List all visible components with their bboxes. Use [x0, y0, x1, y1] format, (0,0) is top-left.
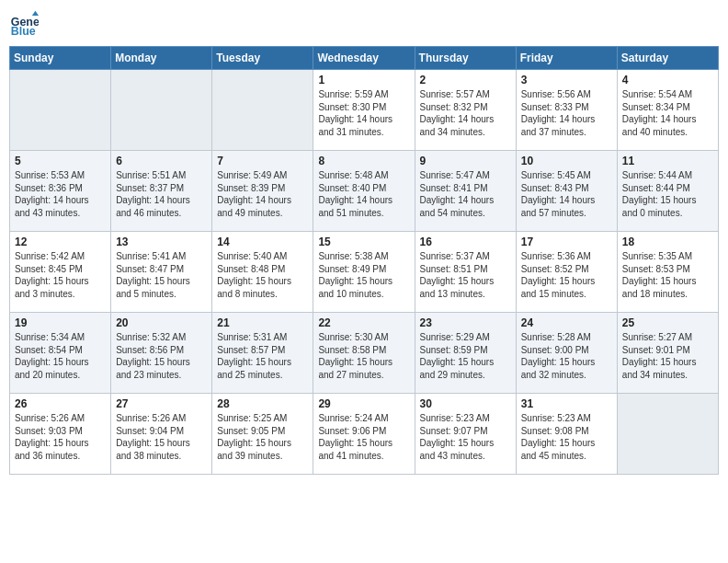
calendar-cell: 8Sunrise: 5:48 AM Sunset: 8:40 PM Daylig… [313, 151, 415, 232]
calendar-cell: 22Sunrise: 5:30 AM Sunset: 8:58 PM Dayli… [313, 313, 415, 394]
day-number: 3 [521, 74, 612, 86]
day-info: Sunrise: 5:54 AM Sunset: 8:34 PM Dayligh… [622, 88, 713, 138]
day-info: Sunrise: 5:38 AM Sunset: 8:49 PM Dayligh… [318, 250, 409, 300]
calendar-cell: 6Sunrise: 5:51 AM Sunset: 8:37 PM Daylig… [111, 151, 212, 232]
calendar-cell: 21Sunrise: 5:31 AM Sunset: 8:57 PM Dayli… [212, 313, 313, 394]
calendar-table: SundayMondayTuesdayWednesdayThursdayFrid… [9, 46, 719, 475]
day-number: 19 [15, 316, 106, 329]
day-info: Sunrise: 5:25 AM Sunset: 9:05 PM Dayligh… [217, 412, 308, 462]
day-info: Sunrise: 5:23 AM Sunset: 9:08 PM Dayligh… [521, 412, 612, 462]
calendar-cell: 26Sunrise: 5:26 AM Sunset: 9:03 PM Dayli… [10, 394, 111, 475]
page-header: General Blue [9, 9, 719, 39]
calendar-cell: 19Sunrise: 5:34 AM Sunset: 8:54 PM Dayli… [10, 313, 111, 394]
day-number: 6 [116, 155, 207, 167]
calendar-cell: 9Sunrise: 5:47 AM Sunset: 8:41 PM Daylig… [415, 151, 516, 232]
calendar-week-4: 19Sunrise: 5:34 AM Sunset: 8:54 PM Dayli… [10, 313, 719, 394]
day-info: Sunrise: 5:53 AM Sunset: 8:36 PM Dayligh… [15, 169, 106, 219]
calendar-cell: 18Sunrise: 5:35 AM Sunset: 8:53 PM Dayli… [617, 232, 718, 313]
calendar-cell: 13Sunrise: 5:41 AM Sunset: 8:47 PM Dayli… [111, 232, 212, 313]
day-info: Sunrise: 5:27 AM Sunset: 9:01 PM Dayligh… [622, 331, 713, 381]
day-info: Sunrise: 5:42 AM Sunset: 8:45 PM Dayligh… [15, 250, 106, 300]
day-number: 16 [420, 236, 511, 248]
calendar-cell [212, 70, 313, 151]
day-info: Sunrise: 5:35 AM Sunset: 8:53 PM Dayligh… [622, 250, 713, 300]
day-number: 15 [318, 236, 409, 248]
weekday-header-saturday: Saturday [617, 47, 718, 70]
day-info: Sunrise: 5:34 AM Sunset: 8:54 PM Dayligh… [15, 331, 106, 381]
calendar-header: SundayMondayTuesdayWednesdayThursdayFrid… [10, 47, 719, 70]
day-number: 27 [116, 397, 207, 410]
day-number: 8 [318, 155, 409, 167]
day-info: Sunrise: 5:26 AM Sunset: 9:03 PM Dayligh… [15, 412, 106, 462]
day-info: Sunrise: 5:24 AM Sunset: 9:06 PM Dayligh… [318, 412, 409, 462]
calendar-cell: 23Sunrise: 5:29 AM Sunset: 8:59 PM Dayli… [415, 313, 516, 394]
calendar-cell: 15Sunrise: 5:38 AM Sunset: 8:49 PM Dayli… [313, 232, 415, 313]
weekday-header-wednesday: Wednesday [313, 47, 415, 70]
logo-icon: General Blue [9, 9, 39, 39]
day-number: 20 [116, 316, 207, 329]
day-info: Sunrise: 5:57 AM Sunset: 8:32 PM Dayligh… [420, 88, 511, 138]
day-number: 31 [521, 397, 612, 410]
day-info: Sunrise: 5:48 AM Sunset: 8:40 PM Dayligh… [318, 169, 409, 219]
day-info: Sunrise: 5:59 AM Sunset: 8:30 PM Dayligh… [318, 88, 409, 138]
day-info: Sunrise: 5:37 AM Sunset: 8:51 PM Dayligh… [420, 250, 511, 300]
day-number: 9 [420, 155, 511, 167]
day-number: 24 [521, 316, 612, 329]
calendar-week-1: 1Sunrise: 5:59 AM Sunset: 8:30 PM Daylig… [10, 70, 719, 151]
calendar-week-2: 5Sunrise: 5:53 AM Sunset: 8:36 PM Daylig… [10, 151, 719, 232]
day-info: Sunrise: 5:23 AM Sunset: 9:07 PM Dayligh… [420, 412, 511, 462]
day-info: Sunrise: 5:47 AM Sunset: 8:41 PM Dayligh… [420, 169, 511, 219]
calendar-cell: 11Sunrise: 5:44 AM Sunset: 8:44 PM Dayli… [617, 151, 718, 232]
day-info: Sunrise: 5:26 AM Sunset: 9:04 PM Dayligh… [116, 412, 207, 462]
calendar-cell: 14Sunrise: 5:40 AM Sunset: 8:48 PM Dayli… [212, 232, 313, 313]
calendar-cell: 10Sunrise: 5:45 AM Sunset: 8:43 PM Dayli… [516, 151, 617, 232]
day-number: 5 [15, 155, 106, 167]
day-number: 17 [521, 236, 612, 248]
calendar-cell: 20Sunrise: 5:32 AM Sunset: 8:56 PM Dayli… [111, 313, 212, 394]
calendar-cell: 17Sunrise: 5:36 AM Sunset: 8:52 PM Dayli… [516, 232, 617, 313]
day-number: 18 [622, 236, 713, 248]
logo: General Blue [9, 9, 42, 39]
day-info: Sunrise: 5:30 AM Sunset: 8:58 PM Dayligh… [318, 331, 409, 381]
day-number: 22 [318, 316, 409, 329]
calendar-cell [111, 70, 212, 151]
day-number: 11 [622, 155, 713, 167]
weekday-header-monday: Monday [111, 47, 212, 70]
day-info: Sunrise: 5:41 AM Sunset: 8:47 PM Dayligh… [116, 250, 207, 300]
day-number: 4 [622, 74, 713, 86]
day-info: Sunrise: 5:31 AM Sunset: 8:57 PM Dayligh… [217, 331, 308, 381]
day-number: 1 [318, 74, 409, 86]
calendar-cell: 24Sunrise: 5:28 AM Sunset: 9:00 PM Dayli… [516, 313, 617, 394]
calendar-cell: 4Sunrise: 5:54 AM Sunset: 8:34 PM Daylig… [617, 70, 718, 151]
calendar-cell [617, 394, 718, 475]
calendar-cell: 3Sunrise: 5:56 AM Sunset: 8:33 PM Daylig… [516, 70, 617, 151]
calendar-cell: 1Sunrise: 5:59 AM Sunset: 8:30 PM Daylig… [313, 70, 415, 151]
calendar-cell: 5Sunrise: 5:53 AM Sunset: 8:36 PM Daylig… [10, 151, 111, 232]
calendar-cell: 16Sunrise: 5:37 AM Sunset: 8:51 PM Dayli… [415, 232, 516, 313]
calendar-cell: 25Sunrise: 5:27 AM Sunset: 9:01 PM Dayli… [617, 313, 718, 394]
day-info: Sunrise: 5:56 AM Sunset: 8:33 PM Dayligh… [521, 88, 612, 138]
day-number: 2 [420, 74, 511, 86]
day-number: 23 [420, 316, 511, 329]
day-number: 10 [521, 155, 612, 167]
day-info: Sunrise: 5:32 AM Sunset: 8:56 PM Dayligh… [116, 331, 207, 381]
day-number: 30 [420, 397, 511, 410]
calendar-cell: 12Sunrise: 5:42 AM Sunset: 8:45 PM Dayli… [10, 232, 111, 313]
calendar-cell [10, 70, 111, 151]
day-number: 13 [116, 236, 207, 248]
day-number: 28 [217, 397, 308, 410]
day-number: 12 [15, 236, 106, 248]
day-number: 25 [622, 316, 713, 329]
day-info: Sunrise: 5:44 AM Sunset: 8:44 PM Dayligh… [622, 169, 713, 219]
day-info: Sunrise: 5:51 AM Sunset: 8:37 PM Dayligh… [116, 169, 207, 219]
svg-text:Blue: Blue [11, 25, 36, 38]
weekday-header-friday: Friday [516, 47, 617, 70]
day-info: Sunrise: 5:36 AM Sunset: 8:52 PM Dayligh… [521, 250, 612, 300]
day-number: 14 [217, 236, 308, 248]
weekday-header-tuesday: Tuesday [212, 47, 313, 70]
calendar-cell: 7Sunrise: 5:49 AM Sunset: 8:39 PM Daylig… [212, 151, 313, 232]
day-info: Sunrise: 5:49 AM Sunset: 8:39 PM Dayligh… [217, 169, 308, 219]
svg-marker-2 [32, 11, 39, 16]
day-info: Sunrise: 5:28 AM Sunset: 9:00 PM Dayligh… [521, 331, 612, 381]
calendar-cell: 31Sunrise: 5:23 AM Sunset: 9:08 PM Dayli… [516, 394, 617, 475]
